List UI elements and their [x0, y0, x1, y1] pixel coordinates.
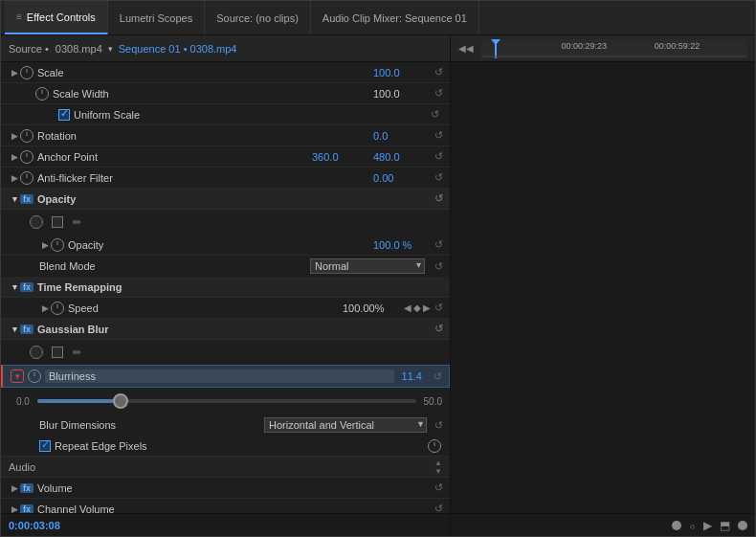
speed-expand[interactable]: ▶	[39, 302, 51, 314]
scale-stopwatch[interactable]	[20, 66, 33, 79]
gaussian-circle-btn[interactable]	[28, 344, 45, 361]
ruler-track[interactable]: 00:00:29:23 00:00:59:22	[481, 39, 747, 58]
opacity-value-display[interactable]: 100.0 %	[373, 239, 431, 251]
ruler-ticks	[481, 39, 747, 58]
blurriness-stopwatch[interactable]	[28, 369, 41, 383]
tab-audio-clip-mixer[interactable]: Audio Clip Mixer: Sequence 01	[311, 1, 479, 34]
speed-arrow-right[interactable]: ▶	[423, 302, 431, 313]
channel-volume-expand[interactable]: ▶	[9, 503, 20, 514]
rotation-stopwatch[interactable]	[20, 129, 33, 143]
blurriness-slider-row: 0.0 50.0	[1, 388, 450, 414]
time-remapping-section[interactable]: ▾ fx Time Remapping	[1, 277, 450, 298]
speed-arrows: ◀ ◆ ▶	[404, 302, 431, 313]
audio-section: Audio ▲ ▼	[1, 457, 450, 478]
sequence-link[interactable]: Sequence 01 • 0308.mp4	[119, 43, 237, 55]
opacity-circle-icon	[30, 215, 43, 229]
scale-width-reset[interactable]: ↺	[431, 86, 446, 101]
opacity-square-btn[interactable]	[49, 213, 66, 231]
gaussian-name: Gaussian Blur	[37, 324, 431, 335]
tab-source[interactable]: Source: (no clips)	[205, 1, 311, 34]
volume-reset[interactable]: ↺	[431, 481, 446, 496]
channel-volume-row[interactable]: ▶ fx Channel Volume ↺	[1, 499, 450, 513]
opacity-reset[interactable]: ↺	[431, 237, 446, 253]
tab-lumetri-scopes[interactable]: Lumetri Scopes	[108, 1, 205, 34]
blur-dimensions-select[interactable]: Horizontal and Vertical	[264, 417, 427, 433]
blend-mode-select[interactable]: Normal	[310, 258, 425, 274]
scale-row[interactable]: ▶ Scale 100.0 ↺	[1, 62, 450, 83]
gaussian-blur-section[interactable]: ▾ fx Gaussian Blur ↺	[1, 319, 450, 340]
blurriness-value[interactable]: 11.4	[402, 370, 422, 382]
tab-effect-controls[interactable]: ≡ Effect Controls	[5, 1, 108, 34]
gaussian-expand[interactable]: ▾	[9, 324, 20, 335]
blurriness-slider[interactable]	[37, 399, 416, 403]
tab-lumetri-label: Lumetri Scopes	[120, 12, 192, 24]
blur-dimensions-reset[interactable]: ↺	[431, 417, 446, 433]
opacity-pen-btn[interactable]: ✏	[70, 213, 87, 231]
uniform-scale-checkbox[interactable]: ✓	[58, 109, 70, 121]
speed-arrow-left[interactable]: ◀	[404, 302, 411, 313]
anchor-value-x[interactable]: 360.0	[312, 151, 369, 163]
slider-handle[interactable]	[113, 393, 128, 409]
anti-flicker-reset[interactable]: ↺	[431, 170, 446, 186]
blend-mode-reset[interactable]: ↺	[431, 258, 446, 274]
source-dropdown-arrow[interactable]: ▾	[108, 44, 113, 54]
time-remap-fx-badge: fx	[20, 282, 33, 292]
channel-volume-reset[interactable]: ↺	[431, 502, 446, 514]
audio-scroll-down[interactable]: ▼	[434, 467, 442, 476]
gaussian-icon-row: ✏	[1, 340, 450, 365]
anchor-expand[interactable]: ▶	[9, 151, 20, 163]
volume-row[interactable]: ▶ fx Volume ↺	[1, 478, 450, 499]
anchor-reset[interactable]: ↺	[431, 149, 446, 165]
repeat-edge-checkbox[interactable]: ✓	[39, 440, 51, 452]
scale-width-stopwatch[interactable]	[35, 87, 49, 101]
effects-list: ▶ Scale 100.0 ↺ ▶ Scale Width 100.0 ↺	[1, 62, 450, 513]
anti-flicker-stopwatch[interactable]	[20, 171, 33, 185]
opacity-expand[interactable]: ▾	[9, 193, 20, 205]
speed-arrow-diamond[interactable]: ◆	[413, 302, 421, 313]
anti-flicker-expand[interactable]: ▶	[9, 172, 20, 184]
speed-row[interactable]: ▶ Speed 100.00% ◀ ◆ ▶ ↺	[1, 298, 450, 319]
audio-scroll-up[interactable]: ▲	[434, 459, 442, 467]
anti-flicker-row[interactable]: ▶ Anti-flicker Filter 0.00 ↺	[1, 168, 450, 189]
scale-width-row[interactable]: ▶ Scale Width 100.0 ↺	[1, 83, 450, 104]
speed-value[interactable]: 100.00%	[343, 302, 400, 314]
opacity-circle-btn[interactable]	[28, 213, 45, 231]
blurriness-reset[interactable]: ↺	[430, 369, 445, 384]
filter-icon[interactable]: ⬦	[689, 519, 696, 532]
gaussian-pen-btn[interactable]: ✏	[70, 344, 87, 361]
scale-name: Scale	[37, 67, 373, 78]
opacity-value-expand[interactable]: ▶	[39, 239, 51, 251]
scale-expand[interactable]: ▶	[9, 67, 20, 78]
volume-expand[interactable]: ▶	[9, 482, 20, 494]
rotation-reset[interactable]: ↺	[431, 128, 446, 144]
anchor-stopwatch[interactable]	[20, 150, 33, 164]
repeat-edge-label: Repeat Edge Pixels	[55, 440, 147, 452]
repeat-edge-stopwatch[interactable]	[427, 438, 442, 454]
scale-width-value[interactable]: 100.0	[373, 88, 431, 100]
blurriness-row[interactable]: ▾ Blurriness 11.4 ↺	[1, 365, 450, 388]
opacity-value-row[interactable]: ▶ Opacity 100.0 % ↺	[1, 235, 450, 256]
rotation-expand[interactable]: ▶	[9, 130, 20, 142]
rotation-row[interactable]: ▶ Rotation 0.0 ↺	[1, 125, 450, 146]
rotation-value[interactable]: 0.0	[373, 130, 431, 142]
time-remap-expand[interactable]: ▾	[9, 281, 20, 293]
timeline-goto-start[interactable]: ◀◀	[458, 41, 474, 56]
scale-reset[interactable]: ↺	[431, 65, 446, 80]
scale-value[interactable]: 100.0	[373, 67, 431, 78]
speed-reset[interactable]: ↺	[431, 301, 446, 316]
anchor-point-row[interactable]: ▶ Anchor Point 360.0 480.0 ↺	[1, 146, 450, 168]
repeat-edge-row: ✓ Repeat Edge Pixels	[1, 436, 450, 457]
opacity-stopwatch[interactable]	[51, 238, 64, 252]
speed-stopwatch[interactable]	[51, 302, 64, 315]
gaussian-reset[interactable]: ↺	[431, 322, 446, 337]
source-label-text: Source	[9, 43, 42, 55]
uniform-scale-reset[interactable]: ↺	[427, 107, 442, 123]
blurriness-collapse[interactable]: ▾	[11, 369, 24, 383]
opacity-section-reset[interactable]: ↺	[431, 191, 446, 207]
gaussian-square-btn[interactable]	[49, 344, 66, 361]
play-icon[interactable]: ▶	[703, 519, 712, 532]
export-icon[interactable]: ⬒	[720, 519, 730, 532]
anchor-value-y[interactable]: 480.0	[373, 151, 431, 163]
opacity-section[interactable]: ▾ fx Opacity ↺	[1, 189, 450, 210]
anti-flicker-value[interactable]: 0.00	[373, 172, 431, 184]
